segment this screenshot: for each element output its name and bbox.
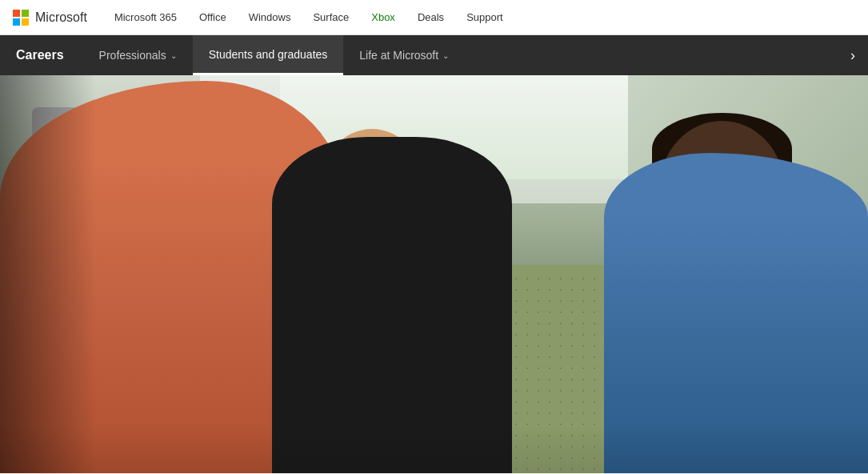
careers-nav-item-students: Students and graduates bbox=[193, 35, 344, 75]
logo-blue-square bbox=[13, 18, 20, 26]
careers-navigation: Careers Professionals ⌄ Students and gra… bbox=[0, 35, 868, 75]
careers-link-professionals[interactable]: Professionals ⌄ bbox=[83, 35, 193, 75]
top-navigation: Microsoft Microsoft 365 Office Windows S… bbox=[0, 0, 868, 35]
microsoft-logo-link[interactable]: Microsoft bbox=[13, 10, 87, 26]
nav-item-support: Support bbox=[455, 0, 514, 35]
logo-yellow-square bbox=[22, 18, 29, 26]
nav-item-windows: Windows bbox=[238, 0, 302, 35]
nav-item-office: Office bbox=[188, 0, 238, 35]
hero-section bbox=[0, 75, 868, 473]
nav-link-windows[interactable]: Windows bbox=[238, 0, 302, 35]
nav-link-microsoft365[interactable]: Microsoft 365 bbox=[103, 0, 188, 35]
person-center bbox=[240, 113, 544, 473]
life-chevron-icon: ⌄ bbox=[442, 51, 449, 60]
careers-nav-links: Professionals ⌄ Students and graduates L… bbox=[83, 35, 466, 75]
person-center-body bbox=[272, 137, 512, 473]
logo-red-square bbox=[13, 10, 20, 17]
hero-bottom-fade bbox=[0, 425, 868, 473]
nav-item-deals: Deals bbox=[406, 0, 455, 35]
careers-link-students[interactable]: Students and graduates bbox=[193, 35, 344, 75]
careers-nav-item-professionals: Professionals ⌄ bbox=[83, 35, 193, 75]
careers-link-life[interactable]: Life at Microsoft ⌄ bbox=[343, 35, 465, 75]
life-label: Life at Microsoft bbox=[359, 49, 438, 62]
students-label: Students and graduates bbox=[209, 48, 328, 61]
nav-link-support[interactable]: Support bbox=[455, 0, 514, 35]
careers-title: Careers bbox=[16, 48, 83, 62]
microsoft-logo-grid bbox=[13, 10, 29, 26]
nav-item-xbox: Xbox bbox=[360, 0, 406, 35]
hero-image bbox=[0, 75, 868, 473]
professionals-label: Professionals bbox=[99, 49, 166, 62]
nav-item-surface: Surface bbox=[302, 0, 360, 35]
nav-link-xbox[interactable]: Xbox bbox=[360, 0, 406, 35]
nav-link-deals[interactable]: Deals bbox=[406, 0, 455, 35]
logo-green-square bbox=[22, 10, 29, 17]
hero-left-overlay bbox=[0, 75, 96, 473]
top-nav-links: Microsoft 365 Office Windows Surface Xbo… bbox=[103, 0, 855, 35]
professionals-chevron-icon: ⌄ bbox=[170, 51, 177, 60]
careers-nav-item-life: Life at Microsoft ⌄ bbox=[343, 35, 465, 75]
nav-item-microsoft365: Microsoft 365 bbox=[103, 0, 188, 35]
nav-link-office[interactable]: Office bbox=[188, 0, 238, 35]
person-right bbox=[588, 105, 868, 473]
microsoft-wordmark: Microsoft bbox=[35, 10, 87, 25]
careers-nav-next-arrow[interactable]: › bbox=[838, 35, 868, 75]
nav-link-surface[interactable]: Surface bbox=[302, 0, 360, 35]
